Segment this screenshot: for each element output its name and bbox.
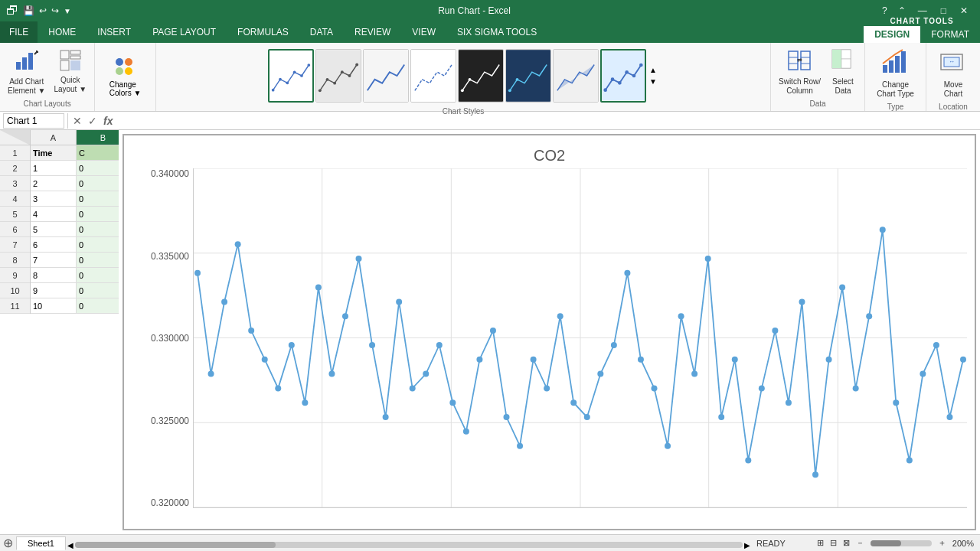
zoom-out-icon[interactable]: －: [856, 537, 864, 549]
zoom-in-icon[interactable]: ＋: [938, 537, 946, 549]
insert-function-button[interactable]: fx: [102, 115, 114, 127]
table-row: Time C: [31, 145, 119, 161]
cell-b10[interactable]: 0: [77, 283, 119, 298]
chart-style-2[interactable]: [315, 49, 361, 103]
cell-a4[interactable]: 3: [31, 191, 77, 207]
svg-point-78: [221, 298, 227, 305]
tab-file[interactable]: FILE: [0, 21, 38, 43]
svg-point-131: [933, 342, 939, 348]
name-box[interactable]: [3, 113, 64, 129]
cell-b1[interactable]: C: [77, 145, 119, 161]
scroll-right-button[interactable]: ▶: [744, 541, 750, 549]
change-chart-type-button[interactable]: ChangeChart Type: [874, 46, 917, 101]
svg-rect-57: [841, 59, 851, 68]
svg-point-116: [732, 357, 738, 363]
cell-a3[interactable]: 2: [31, 176, 77, 191]
add-chart-element-button[interactable]: Add ChartElement ▼: [5, 46, 48, 98]
cell-b11[interactable]: 0: [77, 298, 119, 314]
svg-rect-30: [364, 50, 408, 102]
quick-save[interactable]: 💾: [23, 5, 34, 16]
ribbon-toggle[interactable]: ⌃: [893, 5, 910, 16]
cancel-formula-button[interactable]: ✕: [71, 115, 83, 127]
cell-b9[interactable]: 0: [77, 268, 119, 283]
window-title: Run Chart - Excel: [71, 5, 877, 16]
cell-b2[interactable]: 0: [77, 161, 119, 176]
svg-point-96: [463, 429, 469, 435]
svg-rect-59: [889, 60, 893, 73]
quick-layout-button[interactable]: QuickLayout ▼: [51, 47, 90, 96]
zoom-level[interactable]: 200%: [952, 539, 974, 548]
tab-formulas[interactable]: FORMULAS: [227, 21, 299, 43]
sheet-tab-sheet1[interactable]: Sheet1: [16, 536, 66, 550]
chart-style-5[interactable]: [458, 49, 504, 103]
main-area: A B 1 2 3 4 5 6 7 8 9 10 11 Time C: [0, 130, 980, 534]
svg-rect-60: [895, 56, 900, 73]
cell-a2[interactable]: 1: [31, 161, 77, 176]
scroll-left-button[interactable]: ◀: [67, 541, 74, 549]
cell-a1[interactable]: Time: [31, 145, 77, 161]
page-break-view-icon[interactable]: ⊠: [843, 538, 850, 548]
col-header-b[interactable]: B: [77, 130, 119, 145]
chart-container[interactable]: CO2 0.340000 0.335000 0.330000 0.325000 …: [122, 134, 976, 530]
cell-a7[interactable]: 6: [31, 237, 77, 253]
cell-a8[interactable]: 7: [31, 253, 77, 268]
chart-style-4[interactable]: [410, 49, 456, 103]
cell-a11[interactable]: 10: [31, 298, 77, 314]
cell-b7[interactable]: 0: [77, 237, 119, 253]
svg-point-99: [504, 414, 510, 420]
formula-bar-divider: [67, 113, 68, 129]
horizontal-scrollbar[interactable]: ◀ ▶: [67, 535, 750, 552]
tab-design[interactable]: DESIGN: [864, 26, 920, 43]
tab-six-sigma[interactable]: SIX SIGMA TOOLS: [446, 21, 547, 43]
chart-style-8[interactable]: [600, 49, 646, 103]
y-label-3: 0.330000: [132, 333, 189, 344]
cell-b6[interactable]: 0: [77, 222, 119, 237]
chart-style-7[interactable]: [553, 49, 599, 103]
customize-qat[interactable]: ▼: [64, 7, 71, 15]
svg-rect-47: [801, 51, 810, 70]
tab-format[interactable]: FORMAT: [920, 26, 980, 43]
select-data-button[interactable]: SelectData: [826, 46, 860, 98]
zoom-slider[interactable]: [871, 540, 932, 546]
chart-style-1[interactable]: [268, 49, 314, 103]
svg-point-127: [880, 227, 886, 233]
cell-b8[interactable]: 0: [77, 253, 119, 268]
cell-a9[interactable]: 8: [31, 268, 77, 283]
cell-a10[interactable]: 9: [31, 283, 77, 298]
normal-view-icon[interactable]: ⊞: [817, 538, 824, 548]
tab-page-layout[interactable]: PAGE LAYOUT: [142, 21, 227, 43]
chart-style-3[interactable]: [363, 49, 409, 103]
svg-point-25: [333, 82, 336, 85]
cell-a6[interactable]: 5: [31, 222, 77, 237]
chart-style-6[interactable]: [505, 49, 551, 103]
minimize-button[interactable]: —: [912, 5, 933, 16]
maximize-button[interactable]: □: [935, 5, 952, 16]
page-layout-view-icon[interactable]: ⊟: [830, 538, 837, 548]
cell-b5[interactable]: 0: [77, 207, 119, 222]
quick-redo[interactable]: ↪: [51, 5, 59, 16]
tab-data[interactable]: DATA: [299, 21, 344, 43]
scrollbar-thumb[interactable]: [75, 542, 276, 548]
switch-row-column-button[interactable]: ⇄ Switch Row/Column: [776, 46, 824, 98]
change-colors-button[interactable]: ChangeColors ▼: [105, 54, 146, 99]
switch-row-column-icon: ⇄: [787, 48, 812, 76]
cell-b4[interactable]: 0: [77, 191, 119, 207]
gallery-scroll[interactable]: ▲ ▼: [648, 64, 658, 87]
close-button[interactable]: ✕: [954, 5, 974, 16]
cell-a5[interactable]: 4: [31, 207, 77, 222]
tab-view[interactable]: VIEW: [401, 21, 446, 43]
help-icon[interactable]: ?: [877, 5, 892, 16]
confirm-formula-button[interactable]: ✓: [87, 115, 99, 127]
cell-b3[interactable]: 0: [77, 176, 119, 191]
move-chart-button[interactable]: ↔ MoveChart: [936, 46, 970, 101]
tab-home[interactable]: HOME: [38, 21, 87, 43]
scrollbar-track[interactable]: [75, 542, 743, 548]
tab-insert[interactable]: INSERT: [87, 21, 142, 43]
tab-review[interactable]: REVIEW: [344, 21, 401, 43]
svg-rect-38: [554, 50, 598, 102]
quick-undo[interactable]: ↩: [39, 5, 47, 16]
add-sheet-button[interactable]: ⊕: [0, 536, 16, 550]
col-header-a[interactable]: A: [31, 130, 77, 145]
formula-input[interactable]: [117, 116, 977, 126]
svg-rect-56: [841, 50, 851, 59]
